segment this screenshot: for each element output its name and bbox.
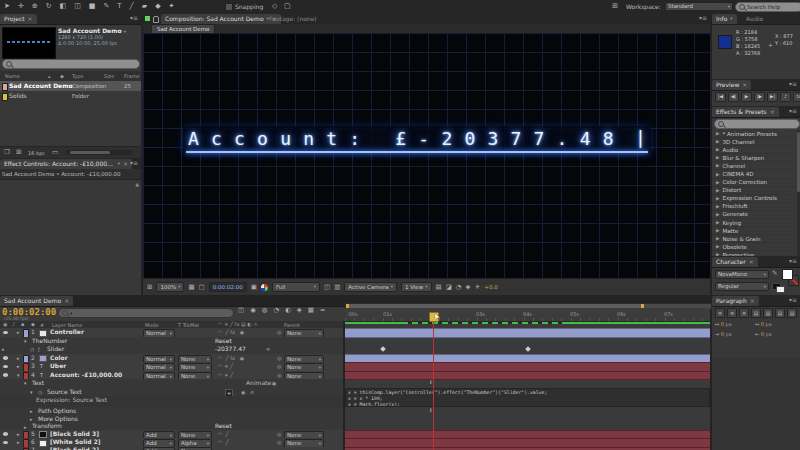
eraser-tool-icon[interactable]: ◆: [155, 0, 160, 13]
pixel-aspect-icon[interactable]: ▤: [436, 284, 442, 291]
last-frame-button[interactable]: ▶|: [767, 92, 778, 102]
tab-composition[interactable]: Composition: Sad Account Demo ▾×: [161, 14, 281, 24]
loop-button[interactable]: ↻: [793, 92, 800, 102]
layer-switches[interactable]: ◠ ╱: [218, 430, 229, 439]
fill-color-swatch[interactable]: [782, 269, 793, 280]
label-icon[interactable]: ◆: [60, 73, 64, 79]
layer-bar-black-solid-2[interactable]: [345, 447, 710, 450]
mask-visibility-icon[interactable]: ▢: [199, 284, 205, 291]
justify-last-left-button[interactable]: ▤: [751, 308, 761, 318]
expression-menu-icon[interactable]: ≡: [266, 345, 270, 354]
clone-stamp-tool-icon[interactable]: ▰: [142, 0, 147, 13]
twirl-icon[interactable]: ▶: [716, 155, 719, 160]
parent-pickwhip-icon[interactable]: ◎: [277, 328, 281, 337]
layer-name[interactable]: Account: -£10,000.00: [50, 371, 122, 380]
twirl-icon[interactable]: ▶: [716, 236, 719, 241]
new-folder-icon[interactable]: ❐: [4, 149, 10, 156]
font-style-dropdown[interactable]: Regular▾: [715, 282, 769, 291]
type-tool-icon[interactable]: T: [117, 0, 121, 13]
eye-icon[interactable]: [3, 373, 8, 377]
parent-pickwhip-icon[interactable]: ◎: [277, 354, 281, 363]
close-icon[interactable]: ×: [770, 107, 775, 117]
pan-behind-tool-icon[interactable]: ◫: [74, 0, 81, 13]
layer-switches[interactable]: ◠ ☀ ╱: [218, 371, 233, 380]
twirl-icon[interactable]: ▸: [17, 354, 20, 362]
tab-info[interactable]: Info▾: [712, 14, 737, 24]
twirl-icon[interactable]: ▶: [716, 244, 719, 249]
twirl-icon[interactable]: ▶: [716, 163, 719, 168]
col-type[interactable]: Type: [72, 73, 83, 79]
animate-menu-icon[interactable]: ◉: [272, 379, 276, 388]
twirl-icon[interactable]: ▶: [716, 188, 719, 193]
new-comp-icon[interactable]: ⊞: [16, 149, 21, 156]
layer-row-black-solid-2[interactable]: ▸ 7 [Black Solid 2] Add▾ None▾: [0, 447, 345, 450]
category-row[interactable]: ▶Blur & Sharpen: [712, 154, 797, 162]
layer-name[interactable]: Controller: [50, 328, 84, 337]
view-options-icon[interactable]: ⊞: [147, 284, 152, 291]
twirl-icon[interactable]: ▸: [2, 345, 5, 353]
workspace-dropdown[interactable]: Standard▾: [665, 2, 733, 11]
twirl-icon[interactable]: ▶: [716, 147, 719, 152]
twirl-icon[interactable]: ▶: [716, 220, 719, 225]
category-row[interactable]: ▶Matte: [712, 227, 797, 235]
mode-dropdown[interactable]: Add▾: [143, 447, 175, 450]
group-name[interactable]: Text: [32, 379, 44, 388]
col-size[interactable]: Size: [104, 73, 114, 79]
indent-left-field[interactable]: ↦ 0 px: [715, 321, 755, 327]
twirl-icon[interactable]: ▶: [716, 228, 719, 233]
viewer-timecode[interactable]: 0:00:02:00: [209, 282, 247, 292]
layer-name[interactable]: Uber: [50, 362, 66, 371]
align-left-button[interactable]: ≡: [715, 308, 725, 318]
twirl-icon[interactable]: ▶: [716, 139, 719, 144]
parent-pickwhip-icon[interactable]: ◎: [277, 430, 281, 439]
tab-preview[interactable]: Preview×: [712, 80, 751, 90]
tab-audio[interactable]: Audio: [742, 14, 767, 24]
layer-name[interactable]: [White Solid 2]: [50, 438, 101, 447]
first-frame-button[interactable]: |◀: [715, 92, 726, 102]
twirl-icon[interactable]: ▸: [17, 362, 20, 370]
category-row[interactable]: ▶Audio: [712, 146, 797, 154]
camera-dropdown[interactable]: Active Camera▾: [344, 282, 397, 292]
exposure-value[interactable]: +0.0: [484, 284, 497, 290]
panel-menu-icon[interactable]: ▾≡: [789, 295, 797, 305]
delete-icon[interactable]: ▭: [52, 149, 58, 156]
tab-footage[interactable]: Footage: (none): [265, 14, 321, 24]
help-search-input[interactable]: Search Help: [735, 2, 800, 12]
twirl-icon[interactable]: ▾: [30, 388, 33, 396]
eye-icon[interactable]: [3, 432, 8, 436]
panel-menu-icon[interactable]: ▾≡: [130, 13, 138, 23]
align-center-button[interactable]: ≡: [727, 308, 737, 318]
layer-name-column-label[interactable]: Layer Name: [52, 322, 82, 328]
effect-group-name[interactable]: TheNumber: [32, 337, 67, 346]
justify-last-center-button[interactable]: ▤: [763, 308, 773, 318]
tab-project[interactable]: Project×: [0, 14, 37, 24]
comp-flowchart-icon[interactable]: ◫: [238, 307, 244, 314]
category-row[interactable]: ▶Frischluft: [712, 203, 797, 211]
channels-icon[interactable]: [261, 284, 268, 291]
snapping-checkbox[interactable]: [225, 3, 233, 11]
category-row[interactable]: ▶Noise & Grain: [712, 235, 797, 243]
category-row[interactable]: ▶3D Channel: [712, 138, 797, 146]
camera-tool-icon[interactable]: ◧: [60, 0, 67, 13]
close-icon[interactable]: ×: [28, 14, 33, 24]
expression-editor[interactable]: x = thisComp.layer("Controller").effect(…: [345, 388, 710, 408]
space-before-field[interactable]: → 0 px: [715, 331, 755, 337]
play-button[interactable]: ▶: [741, 92, 752, 102]
effects-search-input[interactable]: ▾: [714, 119, 800, 129]
category-row[interactable]: ▶Generate: [712, 211, 797, 219]
parent-pickwhip-icon[interactable]: ◎: [277, 362, 281, 371]
keyframe-icon[interactable]: [380, 346, 386, 352]
eye-icon[interactable]: [3, 356, 8, 360]
parent-column-label[interactable]: Parent: [284, 322, 300, 328]
zoom-tool-icon[interactable]: ⊕: [32, 0, 38, 13]
panel-menu-icon[interactable]: ▾≡: [130, 158, 138, 168]
lock-icon[interactable]: [153, 16, 159, 23]
align-right-button[interactable]: ≡: [739, 308, 749, 318]
h-scrollbar-thumb[interactable]: [70, 151, 110, 154]
close-icon[interactable]: ×: [64, 296, 69, 306]
close-icon[interactable]: ×: [750, 296, 755, 306]
panel-menu-icon[interactable]: ▾≡: [699, 13, 707, 23]
slider-value[interactable]: -20377.47: [215, 345, 246, 354]
timeline-button-icon[interactable]: ◔: [456, 284, 462, 291]
category-row[interactable]: ▶Channel: [712, 162, 797, 170]
